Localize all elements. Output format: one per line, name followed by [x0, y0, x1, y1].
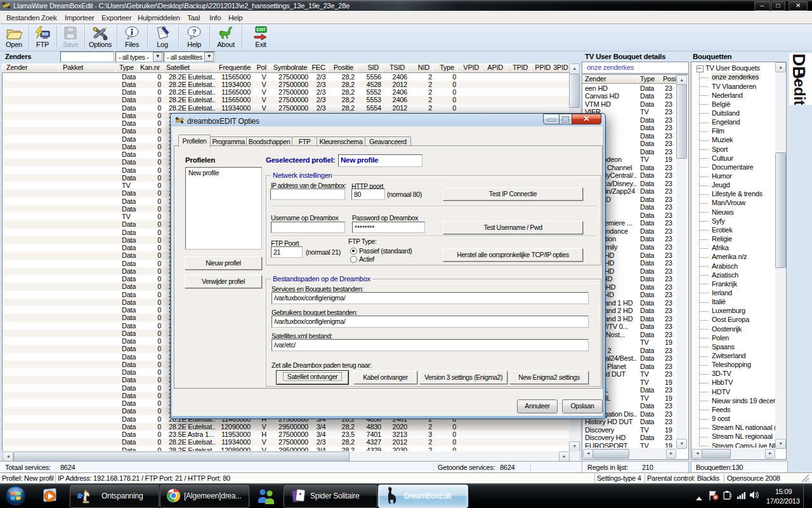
svg-text:EXIT: EXIT — [256, 27, 266, 32]
svg-text:?: ? — [192, 28, 197, 36]
svg-text:edit: edit — [791, 79, 808, 105]
